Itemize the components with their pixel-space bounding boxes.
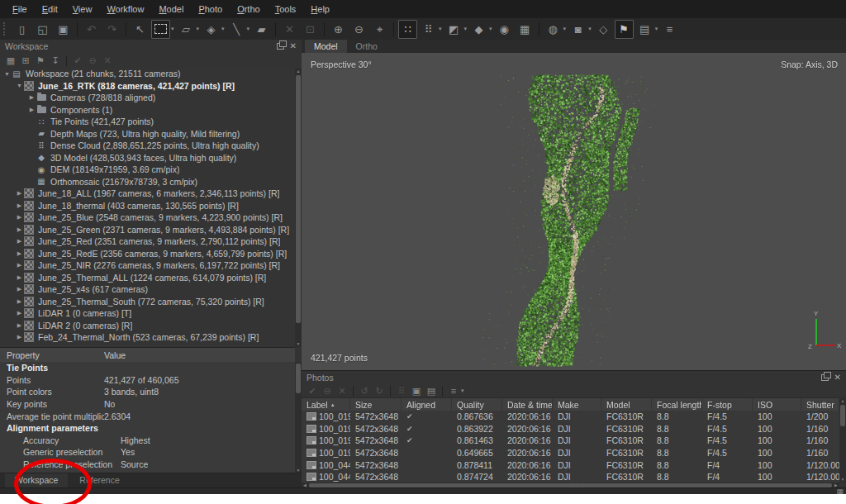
photo-row[interactable]: 100_0190_0...5472x3648✔0.8639222020:06:1… xyxy=(302,423,839,435)
expander-icon[interactable]: ▶ xyxy=(27,94,36,101)
expander-icon[interactable]: ▶ xyxy=(15,298,24,305)
dropdown-arrow-icon[interactable]: ▾ xyxy=(563,26,567,32)
close-pane-icon[interactable]: ✕ xyxy=(834,373,841,382)
menu-model[interactable]: Model xyxy=(151,2,191,17)
property-scrollbar[interactable]: ▼ xyxy=(295,362,302,473)
dropdown-arrow-icon[interactable]: ▾ xyxy=(171,26,174,32)
dropdown-arrow-icon[interactable]: ▾ xyxy=(247,26,250,32)
zoom-out-button[interactable]: ⊖ xyxy=(349,20,368,39)
show-images-button[interactable]: ▤ xyxy=(635,20,654,39)
open-project-button[interactable]: ◱ xyxy=(33,20,52,39)
tree-item[interactable]: ▶June_25_Red (2351 cameras, 9 markers, 2… xyxy=(0,235,295,248)
expander-icon[interactable]: ▶ xyxy=(15,310,24,316)
menu-file[interactable]: File xyxy=(5,2,35,17)
tree-item[interactable]: ▶June_18_ALL (1967 cameras, 6 markers, 2… xyxy=(0,188,295,200)
tab-ortho[interactable]: Ortho xyxy=(347,40,387,53)
move-object-button[interactable]: ▱ xyxy=(177,20,196,39)
column-header-focal-length[interactable]: Focal length xyxy=(652,398,702,411)
expander-icon[interactable]: ▶ xyxy=(15,274,24,281)
tree-item[interactable]: ▶June_25_Blue (2548 cameras, 9 markers, … xyxy=(0,212,295,224)
expander-icon[interactable]: ▶ xyxy=(15,190,24,197)
tree-item[interactable]: ▦Orthomosaic (21679x78739, 3 cm/pix) xyxy=(0,176,295,188)
column-header-label[interactable]: Label▲ xyxy=(302,398,350,411)
menu-workflow[interactable]: Workflow xyxy=(99,2,151,17)
column-header-size[interactable]: Size xyxy=(350,398,402,411)
show-orthomosaic-button[interactable]: ▦ xyxy=(516,20,535,39)
dropdown-arrow-icon[interactable]: ▾ xyxy=(197,26,200,32)
tree-item[interactable]: ▶June_25_Thermal_South (772 cameras, 75,… xyxy=(0,296,295,308)
expander-icon[interactable]: ▶ xyxy=(15,214,24,221)
import-button[interactable]: ↧ xyxy=(48,54,63,67)
thumbnails-view-button[interactable]: ▤ xyxy=(424,384,439,397)
menu-help[interactable]: Help xyxy=(303,2,337,17)
column-header-model[interactable]: Model xyxy=(601,398,652,411)
tree-item[interactable]: ▶Components (1) xyxy=(0,104,295,116)
processing-status-icon[interactable]: ▦ xyxy=(836,487,844,494)
tree-item[interactable]: ▶LiDAR 2 (0 cameras) [R] xyxy=(0,320,295,332)
dropdown-arrow-icon[interactable]: ▾ xyxy=(489,26,492,32)
measure-tool-button[interactable]: ╲ xyxy=(227,20,246,39)
expander-icon[interactable]: ▶ xyxy=(27,107,36,113)
expander-icon[interactable]: ▼ xyxy=(15,83,24,88)
tree-item[interactable]: ▶June_25_NIR (2276 cameras, 9 markers, 6… xyxy=(0,259,295,272)
float-pane-icon[interactable] xyxy=(277,43,284,50)
view-mode-button[interactable]: ≡ xyxy=(446,384,461,397)
show-layers-button[interactable]: ≡ xyxy=(660,20,679,39)
tree-item[interactable]: ▶Cameras (728/818 aligned) xyxy=(0,92,295,104)
column-header-f-stop[interactable]: F-stop xyxy=(702,398,753,411)
expander-icon[interactable]: ▶ xyxy=(15,262,24,269)
dropdown-arrow-icon[interactable]: ▾ xyxy=(439,26,442,32)
tree-scrollbar[interactable]: ▲ ▼ xyxy=(295,68,302,347)
tree-item[interactable]: ◆3D Model (428,503,943 faces, Ultra high… xyxy=(0,152,295,164)
column-header-iso[interactable]: ISO xyxy=(753,398,801,411)
show-dem-button[interactable]: ◉ xyxy=(495,20,514,39)
photo-row[interactable]: 100_0190_0...5472x36480.6496652020:06:16… xyxy=(302,447,839,459)
capture-view-button[interactable]: ◙ xyxy=(568,20,587,39)
close-pane-icon[interactable]: ✕ xyxy=(290,42,297,50)
add-marker-button[interactable]: ⚑ xyxy=(33,54,48,67)
expander-icon[interactable]: ▶ xyxy=(15,250,24,257)
menu-photo[interactable]: Photo xyxy=(191,2,230,17)
menu-view[interactable]: View xyxy=(65,2,100,17)
expander-icon[interactable]: ▶ xyxy=(15,226,24,233)
tree-item[interactable]: ▰Depth Maps (723, Ultra high quality, Mi… xyxy=(0,128,295,140)
add-photos-button[interactable]: ⊞ xyxy=(18,54,33,67)
expander-icon[interactable]: ▶ xyxy=(15,334,24,340)
tree-item[interactable]: ▶Feb_24_Thermal_North (523 cameras, 67,2… xyxy=(0,331,295,344)
column-header-shutter[interactable]: Shutter xyxy=(801,398,839,411)
tab-model[interactable]: Model xyxy=(305,40,347,53)
dock-tab-workspace[interactable]: Workspace xyxy=(5,473,68,487)
tree-item[interactable]: ▶June_25_Green (2371 cameras, 9 markers,… xyxy=(0,224,295,236)
dropdown-arrow-icon[interactable]: ▾ xyxy=(221,26,225,32)
show-mesh-solid-button[interactable]: ◆ xyxy=(469,20,488,39)
float-pane-icon[interactable] xyxy=(821,374,829,381)
expander-icon[interactable]: ▶ xyxy=(15,286,24,292)
column-header-make[interactable]: Make xyxy=(553,398,601,411)
toolbar-drag-handle[interactable] xyxy=(3,22,8,36)
navigation-cursor-button[interactable]: ↖ xyxy=(131,20,150,39)
dock-tab-reference[interactable]: Reference xyxy=(69,473,129,487)
tree-item[interactable]: ▶June_25_RedE (2356 cameras, 9 markers, … xyxy=(0,248,295,260)
column-header-aligned[interactable]: Aligned xyxy=(402,398,452,411)
dropdown-arrow-icon[interactable]: ▾ xyxy=(655,26,658,32)
tree-item[interactable]: ▶LiDAR 1 (0 cameras) [T] xyxy=(0,307,295,320)
add-chunk-button[interactable]: ▦ xyxy=(3,54,18,67)
show-tie-points-button[interactable]: ∷ xyxy=(398,20,417,39)
column-header-quality[interactable]: Quality xyxy=(452,398,502,411)
point-cloud-canvas[interactable] xyxy=(302,53,846,370)
details-view-button[interactable]: ▣ xyxy=(409,384,424,397)
photo-row[interactable]: 100_0442_0...5472x36480.8747242020:06:16… xyxy=(302,471,839,483)
photo-row[interactable]: 100_0190_0...5472x3648✔0.8614632020:06:1… xyxy=(302,435,839,447)
show-flags-button[interactable]: ⚑ xyxy=(615,20,634,39)
tree-item[interactable]: ▼▤Workspace (21 chunks, 21511 cameras) xyxy=(0,68,295,80)
rotate-object-button[interactable]: ◈ xyxy=(202,20,221,39)
expander-icon[interactable]: ▶ xyxy=(15,238,24,245)
menu-edit[interactable]: Edit xyxy=(35,2,65,17)
tree-item[interactable]: ◉DEM (18149x71959, 3.69 cm/pix) xyxy=(0,164,295,176)
zoom-in-button[interactable]: ⊕ xyxy=(329,20,348,39)
tree-item[interactable]: ▶June_18_thermal (403 cameras, 130,565 p… xyxy=(0,200,295,212)
center-view-button[interactable]: ⌖ xyxy=(370,20,389,39)
dropdown-arrow-icon[interactable]: ▾ xyxy=(588,26,592,32)
tree-item[interactable]: ∷Tie Points (421,427 points) xyxy=(0,116,295,128)
expander-icon[interactable]: ▶ xyxy=(15,322,24,329)
